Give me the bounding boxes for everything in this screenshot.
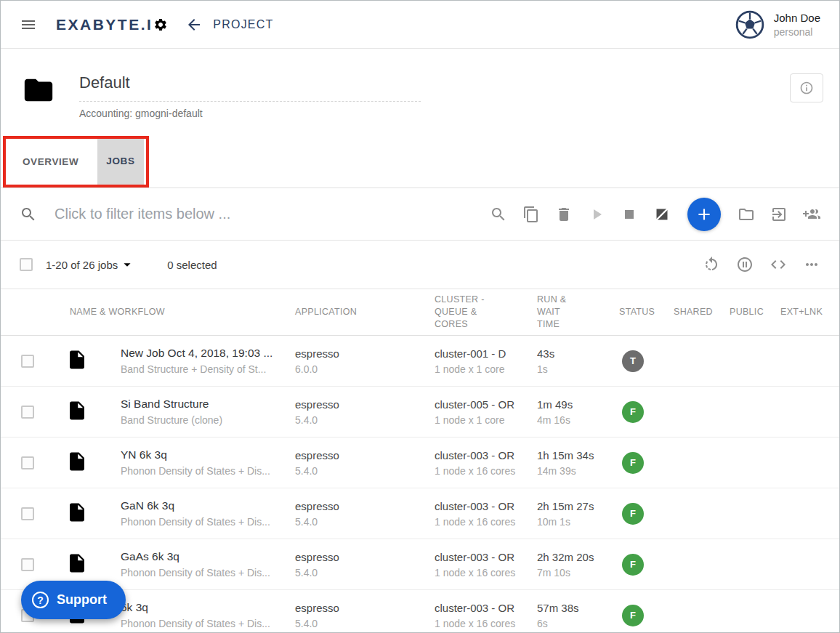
info-button[interactable] [790, 73, 823, 102]
tab-bar: OVERVIEW JOBS [1, 136, 839, 188]
application-version: 6.0.0 [295, 363, 435, 375]
cluster-queue: cluster-003 - OR [435, 551, 537, 563]
job-name[interactable]: 6k 3q [121, 601, 295, 614]
wait-time: 10m 1s [537, 516, 619, 528]
run-time: 43s [537, 347, 619, 360]
job-name[interactable]: Si Band Structure [121, 398, 295, 411]
application-name: espresso [295, 500, 435, 512]
cluster-queue: cluster-003 - OR [435, 602, 537, 614]
column-header-cluster: CLUSTER - QUEUE & CORES [435, 294, 537, 331]
row-checkbox[interactable] [21, 507, 34, 520]
project-folder-icon [20, 73, 57, 107]
job-name[interactable]: New Job Oct 4, 2018, 19:03 ... [121, 347, 295, 360]
application-name: espresso [295, 398, 435, 411]
file-icon [66, 451, 88, 472]
cluster-cores: 1 node x 16 cores [435, 567, 537, 578]
wait-time: 4m 16s [537, 414, 619, 426]
file-icon [66, 349, 88, 371]
project-header: Default Accounting: gmogni-default [1, 49, 839, 136]
row-checkbox[interactable] [21, 456, 34, 469]
select-all-checkbox[interactable] [20, 258, 33, 271]
logo-gear-icon [153, 17, 168, 32]
tab-overview[interactable]: OVERVIEW [14, 136, 87, 188]
import-icon[interactable] [770, 206, 788, 223]
pagination-dropdown[interactable]: 1-20 of 26 jobs [46, 257, 135, 273]
file-icon [66, 552, 88, 574]
tab-jobs[interactable]: JOBS [97, 136, 143, 188]
file-icon [66, 501, 88, 523]
duplicate-icon[interactable] [522, 206, 540, 223]
code-icon[interactable] [770, 256, 787, 273]
user-menu[interactable]: John Doe personal [735, 9, 820, 40]
job-name[interactable]: GaAs 6k 3q [121, 550, 295, 563]
project-accounting: Accounting: gmogni-default [79, 108, 790, 119]
exabyte-logo[interactable]: EXABYTE.I [56, 16, 168, 33]
application-version: 5.4.0 [295, 567, 435, 578]
row-checkbox[interactable] [21, 406, 34, 419]
cluster-queue: cluster-005 - OR [435, 398, 537, 411]
delete-icon[interactable] [555, 206, 573, 223]
job-workflow: Band Structure + Density of St... [121, 363, 295, 375]
table-row: GaAs 6k 3qPhonon Density of States + Dis… [1, 539, 839, 590]
job-name[interactable]: GaN 6k 3q [121, 499, 295, 512]
row-checkbox[interactable] [21, 558, 34, 571]
job-workflow: Band Structure (clone) [121, 414, 295, 426]
job-workflow: Phonon Density of States + Dis... [121, 567, 295, 578]
filter-input[interactable] [53, 205, 358, 223]
stop-icon[interactable] [621, 206, 638, 223]
status-badge: F [622, 503, 644, 525]
status-badge: T [622, 350, 644, 372]
create-job-button[interactable] [687, 198, 721, 231]
status-badge: F [622, 554, 644, 576]
menu-icon[interactable] [20, 16, 37, 33]
run-time: 2h 32m 20s [537, 551, 619, 563]
column-header-name-workflow: NAME & WORKFLOW [70, 306, 295, 318]
help-icon: ? [32, 592, 49, 608]
app-window: EXABYTE.I PROJECT John Doe personal Defa… [0, 0, 840, 633]
run-icon[interactable] [588, 206, 605, 223]
wait-time: 6s [537, 618, 619, 629]
application-version: 5.4.0 [295, 465, 435, 477]
job-workflow: Phonon Density of States + Dis... [121, 516, 295, 528]
filter-toolbar [1, 188, 839, 241]
project-title[interactable]: Default [79, 73, 421, 102]
move-to-set-icon[interactable] [738, 206, 755, 223]
file-icon [66, 400, 88, 422]
column-header-run-wait: RUN & WAIT TIME [537, 294, 619, 331]
avatar[interactable] [735, 9, 765, 40]
cluster-cores: 1 node x 16 cores [435, 465, 537, 477]
run-time: 1m 49s [537, 398, 619, 411]
stop-ignore-icon[interactable] [653, 206, 671, 223]
run-time: 2h 15m 27s [537, 500, 619, 512]
more-options-icon[interactable] [803, 256, 820, 273]
column-header-public: PUBLIC [730, 306, 780, 318]
share-icon[interactable] [803, 206, 820, 223]
application-name: espresso [295, 347, 435, 360]
support-button[interactable]: ? Support [21, 581, 126, 619]
status-badge: F [622, 401, 644, 423]
reset-icon[interactable] [703, 256, 720, 273]
selected-count: 0 selected [167, 259, 217, 271]
selection-bar: 1-20 of 26 jobs 0 selected [1, 241, 839, 289]
status-badge: F [622, 605, 644, 626]
cluster-queue: cluster-003 - OR [435, 449, 537, 461]
column-header-extlnk: EXT+LNK [780, 306, 839, 318]
back-arrow-icon[interactable] [185, 16, 203, 33]
search-action-icon[interactable] [490, 206, 507, 223]
application-version: 5.4.0 [295, 414, 435, 426]
cluster-cores: 1 node x 1 core [435, 363, 537, 375]
chevron-down-icon [119, 257, 135, 273]
cluster-cores: 1 node x 16 cores [435, 516, 537, 528]
cluster-cores: 1 node x 1 core [435, 414, 537, 426]
top-bar: EXABYTE.I PROJECT John Doe personal [1, 1, 839, 49]
pagination-label: 1-20 of 26 jobs [46, 259, 118, 271]
table-row: 6k 3qPhonon Density of States + Dis... e… [1, 590, 839, 633]
table-row: New Job Oct 4, 2018, 19:03 ...Band Struc… [1, 336, 839, 387]
row-checkbox[interactable] [21, 355, 34, 368]
pause-icon[interactable] [736, 256, 754, 273]
run-time: 1h 15m 34s [537, 449, 619, 461]
status-badge: F [622, 452, 644, 474]
column-header-application: APPLICATION [295, 306, 435, 318]
job-name[interactable]: YN 6k 3q [121, 448, 295, 461]
application-version: 5.4.0 [295, 516, 435, 528]
